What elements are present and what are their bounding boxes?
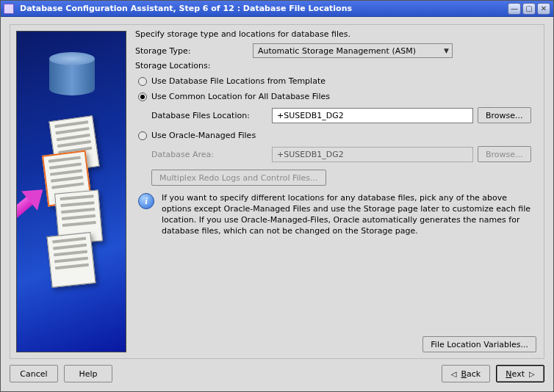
browse-common-button[interactable]: Browse... [478,107,531,123]
left-buttons: Cancel Help [10,365,112,382]
storage-type-select[interactable]: Automatic Storage Management (ASM) ▼ [253,43,453,58]
storage-type-row: Storage Type: Automatic Storage Manageme… [135,43,536,58]
db-files-location-label: Database Files Location: [151,111,267,120]
cancel-button[interactable]: Cancel [10,365,58,382]
window-root: Database Configuration Assistant, Step 6… [0,0,554,392]
db-files-location-row: Database Files Location: Browse... [151,107,536,123]
window-title: Database Configuration Assistant, Step 6… [20,4,508,13]
info-box: i If you want to specify different locat… [138,193,533,236]
multiplex-button: Multiplex Redo Logs and Control Files... [151,170,326,186]
minimize-button[interactable]: — [508,3,521,15]
radio-common[interactable]: Use Common Location for All Database Fil… [138,92,536,101]
next-label-rest: ext [512,369,525,379]
database-area-row: Database Area: Browse... [151,146,536,162]
file-location-variables-button[interactable]: File Location Variables... [422,336,536,352]
radio-template[interactable]: Use Database File Locations from Templat… [138,76,536,86]
next-button[interactable]: Next ▷ [496,365,544,382]
file-location-variables-row: File Location Variables... [422,336,536,352]
back-arrow-icon: ◁ [451,370,457,378]
browse-omf-button: Browse... [478,146,531,162]
radio-template-label: Use Database File Locations from Templat… [151,76,325,86]
arrow-icon [16,196,34,218]
info-text: If you want to specify different locatio… [162,193,533,236]
db-files-location-input[interactable] [272,108,473,123]
radio-common-label: Use Common Location for All Database Fil… [151,92,330,101]
storage-type-label: Storage Type: [135,46,253,56]
next-arrow-icon: ▷ [529,370,535,378]
radio-omf-input[interactable] [138,131,147,140]
maximize-button[interactable]: ▢ [522,3,536,15]
back-button[interactable]: ◁ Back [442,365,490,382]
window-buttons: — ▢ ✕ [508,3,550,15]
paper-icon [47,232,96,288]
radio-common-input[interactable] [138,92,147,101]
intro-text: Specify storage type and locations for d… [135,29,536,39]
storage-type-value: Automatic Storage Management (ASM) [258,46,416,56]
multiplex-row: Multiplex Redo Logs and Control Files... [151,170,536,186]
back-label-rest: ack [467,369,481,379]
wizard-graphic [16,31,126,352]
content-area: Specify storage type and locations for d… [1,17,553,391]
form-pane: Specify storage type and locations for d… [131,25,544,358]
close-button[interactable]: ✕ [537,3,550,15]
app-icon [4,4,14,14]
right-buttons: ◁ Back Next ▷ [442,365,544,382]
titlebar: Database Configuration Assistant, Step 6… [1,1,553,17]
chevron-down-icon: ▼ [444,47,449,54]
radio-omf-label: Use Oracle-Managed Files [151,131,256,140]
database-area-label: Database Area: [151,150,267,159]
bottom-bar: Cancel Help ◁ Back Next ▷ [10,359,544,385]
database-cylinder-icon [49,52,95,99]
main-panel: Specify storage type and locations for d… [10,24,544,359]
radio-template-input[interactable] [138,77,147,86]
radio-omf[interactable]: Use Oracle-Managed Files [138,131,536,140]
storage-locations-label: Storage Locations: [135,61,536,70]
info-icon: i [138,193,154,209]
database-area-input [272,147,473,162]
help-button[interactable]: Help [64,365,112,382]
